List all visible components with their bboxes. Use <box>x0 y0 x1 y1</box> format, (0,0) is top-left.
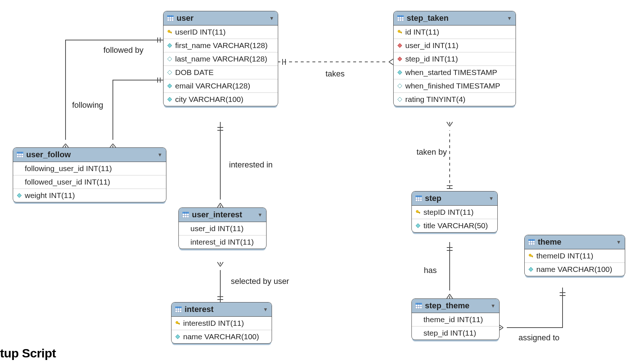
column-row[interactable]: first_name VARCHAR(128) <box>163 39 278 52</box>
column-row[interactable]: stepID INT(11) <box>412 206 497 219</box>
chevron-down-icon: ▼ <box>269 15 274 21</box>
svg-line-14 <box>217 203 220 207</box>
table-icon <box>17 152 23 158</box>
column-row[interactable]: interest_id INT(11) <box>179 235 266 249</box>
svg-marker-67 <box>398 57 402 61</box>
svg-marker-99 <box>416 223 420 228</box>
table-icon <box>415 303 422 309</box>
rel-assigned-to: assigned to <box>517 333 561 343</box>
entity-columns: id INT(11)user_id INT(11)step_id INT(11)… <box>394 25 516 106</box>
column-name: when_finished TIMESTAMP <box>405 82 500 90</box>
column-row[interactable]: when_started TIMESTAMP <box>394 66 516 79</box>
key-icon <box>528 253 533 258</box>
column-row[interactable]: last_name VARCHAR(128) <box>163 52 278 66</box>
svg-rect-101 <box>528 239 535 241</box>
filled-diamond-icon <box>167 43 172 48</box>
svg-line-26 <box>389 59 393 62</box>
key-icon <box>415 210 421 215</box>
entity-columns: interestID INT(11)name VARCHAR(100) <box>171 317 272 343</box>
chevron-down-icon: ▼ <box>490 303 496 309</box>
entity-title: user_follow <box>26 150 157 159</box>
column-row[interactable]: DOB DATE <box>163 66 278 79</box>
svg-marker-56 <box>167 84 172 88</box>
column-name: interestID INT(11) <box>183 319 244 328</box>
column-row[interactable]: interestID INT(11) <box>171 317 272 330</box>
key-icon <box>397 29 402 35</box>
key-icon <box>167 29 172 35</box>
svg-rect-65 <box>401 32 402 33</box>
column-row[interactable]: weight INT(11) <box>13 189 166 202</box>
entity-header-user-interest[interactable]: user_interest ▼ <box>179 208 266 222</box>
filled-diamond-icon <box>397 70 402 75</box>
column-row[interactable]: id INT(11) <box>394 25 516 39</box>
entity-header-user[interactable]: user ▼ <box>163 11 278 25</box>
entity-user-interest[interactable]: user_interest ▼ user_id INT(11)interest_… <box>178 207 267 249</box>
entity-header-interest[interactable]: interest ▼ <box>171 302 272 317</box>
column-name: user_id INT(11) <box>405 41 458 50</box>
svg-marker-53 <box>167 43 172 48</box>
column-name: followed_user_id INT(11) <box>25 178 110 186</box>
column-row[interactable]: themeID INT(11) <box>525 249 625 262</box>
column-row[interactable]: rating TINYINT(4) <box>394 92 516 106</box>
entity-theme[interactable]: theme ▼ themeID INT(11)name VARCHAR(100) <box>524 235 625 276</box>
rel-interested-in: interested in <box>228 160 274 170</box>
entity-header-step-taken[interactable]: step_taken ▼ <box>394 11 516 25</box>
svg-marker-68 <box>398 70 402 75</box>
entity-columns: themeID INT(11)name VARCHAR(100) <box>525 249 625 276</box>
entity-columns: user_id INT(11)interest_id INT(11) <box>179 222 266 249</box>
chevron-down-icon: ▼ <box>507 15 512 21</box>
entity-step[interactable]: step ▼ stepID INT(11)title VARCHAR(50) <box>411 191 498 233</box>
entity-step-taken[interactable]: step_taken ▼ id INT(11)user_id INT(11)st… <box>393 11 516 106</box>
svg-rect-92 <box>415 195 422 197</box>
svg-rect-110 <box>415 303 422 305</box>
entity-columns: userID INT(11)first_name VARCHAR(128)las… <box>163 25 278 106</box>
key-icon <box>175 321 180 326</box>
entity-user-follow[interactable]: user_follow ▼ following_user_id INT(11)f… <box>13 147 166 202</box>
svg-rect-98 <box>419 213 420 213</box>
svg-line-3 <box>63 144 66 147</box>
column-row[interactable]: city VARCHAR(100) <box>163 92 278 106</box>
column-row[interactable]: title VARCHAR(50) <box>412 219 497 232</box>
svg-rect-46 <box>167 15 174 17</box>
column-row[interactable]: step_id INT(11) <box>394 52 516 66</box>
table-icon <box>415 195 422 201</box>
column-row[interactable]: user_id INT(11) <box>179 222 266 235</box>
open-diamond-icon <box>397 83 402 88</box>
column-name: name VARCHAR(100) <box>183 332 259 341</box>
column-row[interactable]: email VARCHAR(128) <box>163 79 278 92</box>
entity-header-theme[interactable]: theme ▼ <box>525 235 625 249</box>
entity-header-step-theme[interactable]: step_theme ▼ <box>412 299 499 313</box>
entity-interest[interactable]: interest ▼ interestID INT(11)name VARCHA… <box>171 302 272 344</box>
column-row[interactable]: name VARCHAR(100) <box>525 262 625 276</box>
svg-point-2 <box>63 140 68 146</box>
column-row[interactable]: followed_user_id INT(11) <box>13 175 166 189</box>
filled-diamond-icon <box>528 267 533 272</box>
table-icon <box>397 15 404 21</box>
column-row[interactable]: user_id INT(11) <box>394 39 516 52</box>
entity-user[interactable]: user ▼ userID INT(11)first_name VARCHAR(… <box>163 11 278 106</box>
table-icon <box>175 306 182 312</box>
chevron-down-icon: ▼ <box>616 239 621 245</box>
fk-diamond-icon <box>397 56 402 62</box>
column-name: interest_id INT(11) <box>190 238 254 246</box>
svg-line-38 <box>447 294 450 298</box>
column-row[interactable]: step_id INT(11) <box>412 326 499 340</box>
entity-header-user-follow[interactable]: user_follow ▼ <box>13 148 166 162</box>
entity-step-theme[interactable]: step_theme ▼ theme_id INT(11)step_id INT… <box>411 298 500 340</box>
column-name: theme_id INT(11) <box>423 315 483 324</box>
column-row[interactable]: name VARCHAR(100) <box>171 330 272 343</box>
column-name: email VARCHAR(128) <box>175 82 250 90</box>
svg-point-40 <box>501 325 507 331</box>
svg-rect-83 <box>175 306 182 308</box>
chevron-down-icon: ▼ <box>489 195 494 201</box>
svg-line-15 <box>220 203 223 207</box>
entity-header-step[interactable]: step ▼ <box>412 191 497 206</box>
svg-line-4 <box>66 144 68 147</box>
column-row[interactable]: when_finished TIMESTAMP <box>394 79 516 92</box>
svg-rect-89 <box>179 324 180 324</box>
column-row[interactable]: userID INT(11) <box>163 25 278 39</box>
svg-point-29 <box>447 124 453 130</box>
svg-rect-59 <box>397 15 404 17</box>
column-row[interactable]: following_user_id INT(11) <box>13 162 166 175</box>
column-row[interactable]: theme_id INT(11) <box>412 313 499 326</box>
